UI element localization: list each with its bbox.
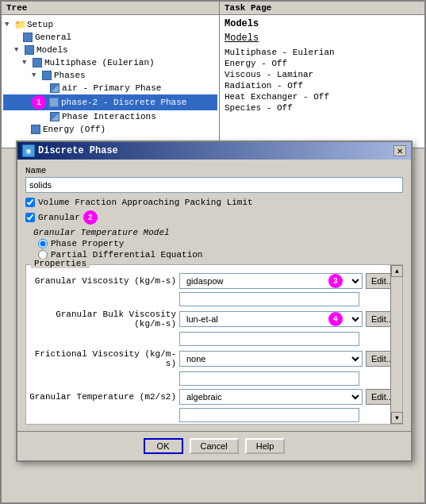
item-icon-multiphase <box>32 57 43 68</box>
phase-property-row: Phase Property <box>38 239 403 248</box>
pde-row: Partial Differential Equation <box>38 250 403 260</box>
prop-row-granular-bulk: Granular Bulk Viscosity (kg/m-s) lun-et-… <box>29 310 399 329</box>
expand-setup: ▼ <box>5 21 13 29</box>
task-panel: Task Page Models Models Multiphase - Eul… <box>220 2 424 148</box>
badge-1: 1 <box>32 95 46 110</box>
tree-item-phase-interactions[interactable]: Phase Interactions <box>3 110 217 123</box>
task-item-multiphase[interactable]: Multiphase - Eulerian <box>225 47 420 58</box>
task-content: Models Models Multiphase - Eulerian Ener… <box>220 15 424 117</box>
task-item-viscous[interactable]: Viscous - Laminar <box>225 69 420 80</box>
tree-label-models: Models <box>36 45 68 55</box>
prop-row-granular-viscosity: Granular Viscosity (kg/m-s) gidaspow sya… <box>29 273 399 289</box>
item-icon-phase2 <box>48 97 59 108</box>
scroll-up-button[interactable]: ▲ <box>391 265 403 277</box>
granular-checkbox[interactable] <box>25 213 35 222</box>
tree-label-setup: Setup <box>27 20 53 29</box>
task-section-title: Models <box>225 18 420 29</box>
dialog-titlebar: ▣ Discrete Phase ✕ <box>17 142 411 160</box>
dialog-title-icon: ▣ <box>22 144 35 157</box>
tree-item-air[interactable]: air - Primary Phase <box>3 82 217 94</box>
prop-input-row-2 <box>179 332 399 346</box>
tree-label-phase2: phase-2 - Discrete Phase <box>61 98 186 107</box>
tree-label-interactions: Phase Interactions <box>62 112 156 121</box>
prop-label-granular-temp: Granular Temperature (m2/s2) <box>29 392 176 402</box>
item-icon-interactions <box>49 111 60 122</box>
prop-input-granular-bulk[interactable] <box>179 332 359 346</box>
prop-input-row-4 <box>179 408 399 422</box>
tree-label-energy: Energy (Off) <box>43 125 106 134</box>
prop-input-row-3 <box>179 371 399 386</box>
folder-icon-setup: 📁 <box>14 19 25 30</box>
tree-panel: Tree ▼ 📁 Setup General <box>2 2 220 148</box>
tree-label-general: General <box>35 33 71 42</box>
tree-panel-title: Tree <box>2 2 219 15</box>
name-input[interactable] <box>25 177 403 193</box>
prop-row-frictional: Frictional Viscosity (kg/m-s) none schae… <box>29 349 399 368</box>
item-icon-phases <box>41 70 52 81</box>
prop-input-row-1 <box>179 292 399 306</box>
task-models-label: Models <box>225 33 420 44</box>
tree-item-phases[interactable]: ▼ Phases <box>3 69 217 82</box>
scrollbar[interactable]: ▲ ▼ <box>390 265 402 424</box>
badge-2: 2 <box>83 210 98 225</box>
tree-item-setup[interactable]: ▼ 📁 Setup <box>3 18 217 31</box>
help-button[interactable]: Help <box>245 438 286 454</box>
volume-fraction-checkbox[interactable] <box>25 198 35 207</box>
tree-label-air: air - Primary Phase <box>62 83 161 93</box>
tree-item-phase2[interactable]: 1 phase-2 - Discrete Phase <box>3 94 217 110</box>
granular-label: Granular <box>38 213 80 222</box>
expand-phases: ▼ <box>32 71 40 79</box>
dialog-footer: OK Cancel Help <box>17 431 411 460</box>
app-window: Tree ▼ 📁 Setup General <box>0 0 426 504</box>
dialog-title-left: ▣ Discrete Phase <box>22 144 118 157</box>
prop-label-frictional: Frictional Viscosity (kg/m-s) <box>29 349 176 368</box>
prop-input-frictional[interactable] <box>179 371 359 386</box>
properties-section: Properties Granular Viscosity (kg/m-s) g… <box>25 264 403 425</box>
prop-label-granular-viscosity: Granular Viscosity (kg/m-s) <box>29 276 176 286</box>
name-label: Name <box>25 166 403 175</box>
granular-viscosity-select[interactable]: gidaspow syamlal-obrien none <box>179 273 363 289</box>
top-panels: Tree ▼ 📁 Setup General <box>2 2 424 148</box>
discrete-phase-dialog: ▣ Discrete Phase ✕ Name Volume Fraction … <box>16 140 413 462</box>
prop-label-granular-bulk: Granular Bulk Viscosity (kg/m-s) <box>29 310 176 329</box>
volume-fraction-label: Volume Fraction Approaching Packing Limi… <box>38 198 253 207</box>
task-item-species[interactable]: Species - Off <box>225 102 420 113</box>
prop-input-granular-viscosity[interactable] <box>179 292 359 306</box>
tree-content: ▼ 📁 Setup General ▼ Models <box>2 15 219 139</box>
granular-temp-label: Granular Temperature Model <box>33 228 403 237</box>
granular-temp-dropdown-wrapper: algebraic phase-space-averaged user-defi… <box>179 389 363 405</box>
granular-temp-select[interactable]: algebraic phase-space-averaged user-defi… <box>179 389 363 405</box>
tree-label-phases: Phases <box>54 71 86 80</box>
frictional-select[interactable]: none schaeffer user-defined <box>179 351 363 367</box>
cancel-button[interactable]: Cancel <box>190 438 239 454</box>
frictional-dropdown-wrapper: none schaeffer user-defined <box>179 351 363 367</box>
scroll-down-button[interactable]: ▼ <box>391 412 403 424</box>
granular-viscosity-dropdown-wrapper: gidaspow syamlal-obrien none 3 <box>179 273 363 289</box>
volume-fraction-row: Volume Fraction Approaching Packing Limi… <box>25 198 403 207</box>
phase-property-label: Phase Property <box>51 239 124 248</box>
task-item-energy[interactable]: Energy - Off <box>225 58 420 69</box>
prop-row-granular-temp: Granular Temperature (m2/s2) algebraic p… <box>29 389 399 405</box>
dialog-title-text: Discrete Phase <box>38 145 118 156</box>
tree-item-models[interactable]: ▼ Models <box>3 44 217 56</box>
item-icon-energy <box>30 124 41 135</box>
prop-input-granular-temp[interactable] <box>179 408 359 422</box>
task-item-radiation[interactable]: Radiation - Off <box>225 80 420 91</box>
phase-property-radio[interactable] <box>38 239 48 248</box>
ok-button[interactable]: OK <box>144 438 183 454</box>
tree-item-energy[interactable]: Energy (Off) <box>3 123 217 136</box>
expand-multiphase: ▼ <box>22 59 30 67</box>
properties-content: Granular Viscosity (kg/m-s) gidaspow sya… <box>26 265 402 424</box>
tree-item-multiphase[interactable]: ▼ Multiphase (Eulerian) <box>3 56 217 69</box>
granular-bulk-dropdown-wrapper: lun-et-al none user-defined 4 <box>179 311 363 327</box>
tree-item-general[interactable]: General <box>3 31 217 44</box>
close-button[interactable]: ✕ <box>393 145 406 156</box>
item-icon-models <box>24 44 35 56</box>
item-icon-air <box>49 83 60 94</box>
tree-label-multiphase: Multiphase (Eulerian) <box>44 58 155 67</box>
granular-bulk-select[interactable]: lun-et-al none user-defined <box>179 311 363 327</box>
granular-row: Granular 2 <box>25 210 403 225</box>
dialog-body: Name Volume Fraction Approaching Packing… <box>17 160 411 431</box>
expand-models: ▼ <box>14 46 22 54</box>
task-item-heat-exchanger[interactable]: Heat Exchanger - Off <box>225 91 420 102</box>
